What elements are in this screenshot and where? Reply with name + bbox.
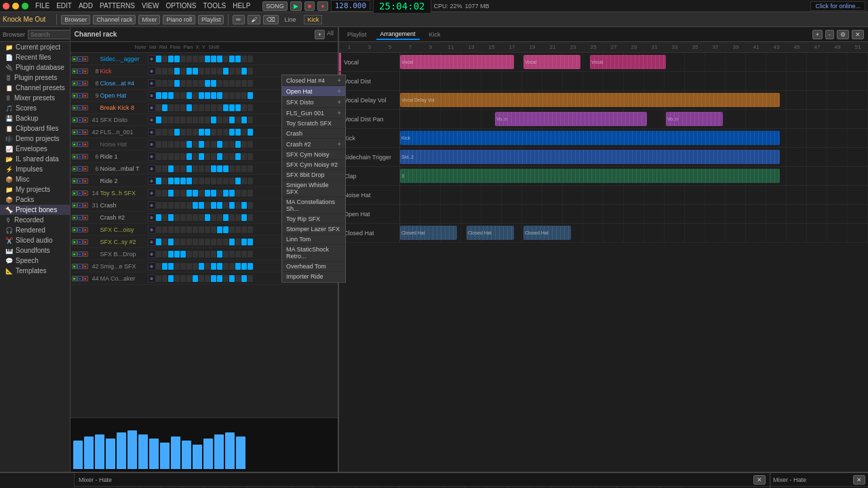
step-pad[interactable] <box>223 141 229 148</box>
step-pad[interactable] <box>156 190 161 197</box>
step-pad[interactable] <box>223 165 229 172</box>
step-pad[interactable] <box>174 129 180 136</box>
mixer-toolbar-button[interactable]: Mixer <box>138 15 160 24</box>
arr-block[interactable]: Kick <box>400 131 780 146</box>
step-pad[interactable] <box>223 214 229 221</box>
step-pad[interactable] <box>156 92 161 99</box>
ch-send-btn[interactable]: ⊕ <box>148 226 156 234</box>
minimize-button[interactable] <box>12 3 19 9</box>
step-pad[interactable] <box>235 178 241 184</box>
step-pad[interactable] <box>162 239 167 245</box>
pattern-item-5[interactable]: Crash <box>282 129 345 139</box>
sidebar-item-misc[interactable]: 📦Misc <box>0 174 70 184</box>
step-pad[interactable] <box>186 80 192 87</box>
step-pad[interactable] <box>168 165 174 172</box>
step-pad[interactable] <box>211 165 216 172</box>
step-pad[interactable] <box>180 202 186 209</box>
pattern-item-9[interactable]: SFX 8bit Drop <box>282 170 345 180</box>
piano-roll-button[interactable]: Piano roll <box>163 15 195 24</box>
step-pad[interactable] <box>229 56 235 62</box>
ch-green-btn[interactable]: ● <box>72 142 77 147</box>
add-channel-button[interactable]: + <box>315 30 325 39</box>
step-pad[interactable] <box>235 129 241 136</box>
ch-mute-btn[interactable]: ● <box>77 190 83 196</box>
step-pad[interactable] <box>186 129 192 136</box>
step-pad[interactable] <box>229 275 235 282</box>
arr-block[interactable]: Closed Hat <box>524 226 571 241</box>
step-pad[interactable] <box>193 117 198 123</box>
ch-green-btn[interactable]: ● <box>72 129 77 135</box>
step-pad[interactable] <box>217 202 222 209</box>
step-pad[interactable] <box>211 141 216 148</box>
step-pad[interactable] <box>186 92 192 99</box>
arr-block[interactable]: Vo..n <box>495 112 647 127</box>
step-pad[interactable] <box>193 129 198 136</box>
ch-send-btn[interactable]: ⊕ <box>148 201 156 209</box>
step-pad[interactable] <box>156 251 161 258</box>
ch-name[interactable]: Sidec..._agger <box>100 56 148 62</box>
erase-tool[interactable]: ⌫ <box>263 15 279 24</box>
step-pad[interactable] <box>248 214 253 221</box>
arr-track-content[interactable] <box>400 186 868 204</box>
sidebar-item-rendered[interactable]: 🎧Rendered <box>0 225 70 235</box>
step-pad[interactable] <box>162 226 167 233</box>
step-pad[interactable] <box>235 251 241 258</box>
step-pad[interactable] <box>162 141 167 148</box>
step-pad[interactable] <box>241 239 247 245</box>
step-pad[interactable] <box>199 80 204 87</box>
arr-track-content[interactable] <box>400 72 868 90</box>
pattern-item-13[interactable]: Stomper Lazer SFX <box>282 224 345 235</box>
step-pad[interactable] <box>217 226 222 233</box>
ch-name[interactable]: Break Kick 8 <box>100 104 148 111</box>
ch-solo-btn[interactable]: ● <box>83 251 88 257</box>
step-pad[interactable] <box>156 275 161 282</box>
step-pad[interactable] <box>174 92 180 99</box>
ch-name[interactable]: MA Co...aker <box>100 275 148 282</box>
menu-options[interactable]: OPTIONS <box>165 2 196 9</box>
ch-green-btn[interactable]: ● <box>72 239 77 245</box>
step-pad[interactable] <box>211 239 216 245</box>
step-pad[interactable] <box>229 153 235 160</box>
ch-name[interactable]: Crash <box>100 202 148 209</box>
sidebar-item-scores[interactable]: 🎵Scores <box>0 103 70 113</box>
step-pad[interactable] <box>193 153 198 160</box>
step-pad[interactable] <box>211 68 216 75</box>
ch-green-btn[interactable]: ● <box>72 154 77 159</box>
step-pad[interactable] <box>180 263 186 270</box>
step-pad[interactable] <box>241 263 247 270</box>
ch-solo-btn[interactable]: ● <box>83 142 88 147</box>
step-pad[interactable] <box>235 275 241 282</box>
step-pad[interactable] <box>217 239 222 245</box>
ch-green-btn[interactable]: ● <box>72 56 77 62</box>
step-pad[interactable] <box>248 104 253 111</box>
arr-track-content[interactable]: Kick <box>400 129 868 147</box>
sidebar-item-plugin-database[interactable]: 🔌Plugin database <box>0 62 70 73</box>
step-pad[interactable] <box>223 251 229 258</box>
step-pad[interactable] <box>168 56 174 62</box>
step-pad[interactable] <box>180 251 186 258</box>
channel-rack-toolbar-button[interactable]: Channel rack <box>93 15 136 24</box>
ch-send-btn[interactable]: ⊕ <box>148 79 156 87</box>
playlist-button[interactable]: Playlist <box>198 15 224 24</box>
step-pad[interactable] <box>193 226 198 233</box>
ch-send-btn[interactable]: ⊕ <box>148 250 156 258</box>
step-pad[interactable] <box>241 92 247 99</box>
step-pad[interactable] <box>174 117 180 123</box>
step-pad[interactable] <box>174 56 180 62</box>
ch-mute-btn[interactable]: ● <box>77 105 83 110</box>
step-pad[interactable] <box>186 104 192 111</box>
step-pad[interactable] <box>180 226 186 233</box>
step-pad[interactable] <box>211 129 216 136</box>
pencil-tool[interactable]: ✏ <box>233 15 245 24</box>
ch-name[interactable]: Kick <box>100 68 148 75</box>
step-pad[interactable] <box>248 263 253 270</box>
ch-solo-btn[interactable]: ● <box>83 129 88 135</box>
step-pad[interactable] <box>193 190 198 197</box>
step-pad[interactable] <box>180 275 186 282</box>
step-pad[interactable] <box>174 226 180 233</box>
step-pad[interactable] <box>211 190 216 197</box>
step-pad[interactable] <box>193 92 198 99</box>
menu-file[interactable]: FILE <box>35 2 50 9</box>
arr-track-content[interactable]: Closed HatClosed HatClosed Hat <box>400 224 868 242</box>
step-pad[interactable] <box>241 129 247 136</box>
